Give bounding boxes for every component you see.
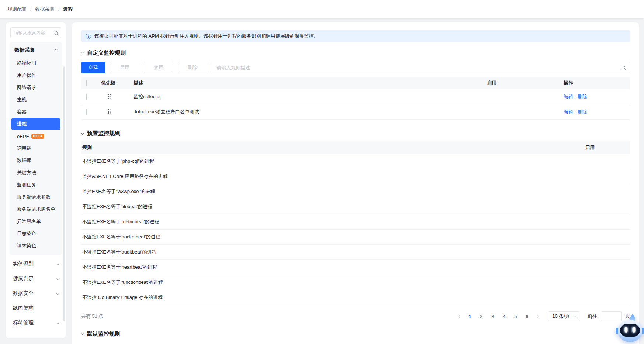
custom-rules-section-header[interactable]: 自定义监控规则	[81, 49, 630, 56]
sidebar-group-collapsed[interactable]: 健康判定	[9, 271, 63, 286]
preset-rule-row: 不监控EXE名等于'auditbeat'的进程	[81, 245, 630, 260]
breadcrumb-data-collection[interactable]: 数据采集	[35, 6, 55, 13]
disable-button[interactable]: 禁用	[144, 62, 173, 73]
chevron-down-icon[interactable]	[81, 131, 84, 135]
sidebar-item[interactable]: 监测任务	[11, 179, 60, 191]
beta-badge: BETA	[31, 134, 45, 139]
preset-rules-section-header[interactable]: 预置监控规则	[81, 130, 630, 137]
sidebar-item-label: 主机	[17, 96, 27, 103]
sidebar-item[interactable]: 用户操作	[11, 69, 60, 81]
enable-button[interactable]: 启用	[110, 62, 139, 73]
sidebar-search-box[interactable]	[10, 27, 61, 38]
sidebar-item-label: 请求染色	[17, 242, 36, 249]
total-count-label: 共有 51 条	[81, 313, 104, 320]
page-number-button[interactable]: 4	[500, 311, 508, 321]
custom-rules-table-header: 优先级 描述 启用 操作	[81, 77, 630, 89]
page-number-button[interactable]: 1	[465, 311, 474, 321]
next-page-button[interactable]	[533, 311, 541, 321]
rule-search-box[interactable]	[212, 62, 630, 73]
sidebar-search-input[interactable]	[14, 30, 54, 35]
delete-button[interactable]: 删除	[178, 62, 207, 73]
top-bar: 规则配置 / 数据采集 / 进程	[0, 0, 644, 18]
sidebar-scrollbar[interactable]	[63, 66, 65, 321]
breadcrumb-rule-config[interactable]: 规则配置	[7, 6, 27, 13]
search-icon	[54, 31, 58, 35]
chevron-down-icon[interactable]	[81, 331, 84, 335]
breadcrumb-separator: /	[30, 7, 32, 12]
page-number-list: 123456	[464, 311, 533, 321]
priority-column-header: 优先级	[97, 80, 128, 86]
sidebar-group-collapsed[interactable]: 数据安全	[9, 286, 63, 301]
rule-search-input[interactable]	[217, 65, 622, 70]
default-rules-section-title: 默认监控规则	[87, 330, 120, 337]
prev-page-button[interactable]	[455, 311, 464, 321]
sidebar-group-label: 健康判定	[13, 275, 34, 282]
select-all-checkbox[interactable]	[86, 80, 87, 86]
chevron-down-icon	[573, 314, 577, 318]
page-number-button[interactable]: 5	[511, 311, 520, 321]
sidebar-group-collapsed[interactable]: 标签管理	[9, 316, 63, 330]
sidebar-group-header[interactable]: 数据采集	[11, 44, 60, 57]
row-checkbox[interactable]	[86, 94, 87, 100]
sidebar-item[interactable]: 服务端请求黑名单	[11, 203, 60, 215]
sidebar-item[interactable]: 异常黑名单	[11, 216, 60, 227]
create-button[interactable]: 创建	[81, 62, 105, 73]
sidebar-item[interactable]: 进程	[11, 118, 60, 130]
sidebar-group-collapsed[interactable]: 纵向架构	[9, 301, 63, 316]
sidebar-item-label: 终端应用	[17, 60, 36, 66]
sidebar-item[interactable]: 终端应用	[11, 57, 60, 69]
sidebar-item[interactable]: 请求染色	[11, 240, 60, 252]
delete-link[interactable]: 删除	[578, 94, 587, 99]
preset-rule-row: 不监控 Go Binary Linkage 存在的进程	[81, 290, 630, 305]
assistant-robot-button[interactable]	[615, 313, 644, 344]
sidebar-item[interactable]: 日志染色	[11, 228, 60, 240]
sidebar-item[interactable]: 主机	[11, 94, 60, 106]
custom-rules-toolbar: 创建 启用 禁用 删除	[81, 62, 630, 73]
chevron-down-icon	[56, 276, 60, 280]
sidebar-item-label: 进程	[17, 121, 27, 127]
drag-handle[interactable]	[108, 94, 111, 99]
drag-handle[interactable]	[108, 109, 111, 114]
sidebar-item[interactable]: 服务端请求参数	[11, 191, 60, 203]
preset-rule-row: 监控ASP.NET Core 应用路径存在的进程	[81, 169, 630, 184]
sidebar-group-panel: 数据采集终端应用用户操作网络请求主机容器进程eBPFBETA调用链数据库关键方法…	[10, 42, 62, 255]
preset-rule-row: 不监控EXE名等于'filebeat'的进程	[81, 199, 630, 214]
row-checkbox[interactable]	[86, 109, 87, 115]
default-rules-section-header[interactable]: 默认监控规则	[81, 330, 630, 337]
sidebar-item[interactable]: 关键方法	[11, 167, 60, 179]
page-size-select[interactable]: 10 条/页	[548, 311, 580, 321]
sidebar-item-label: eBPF	[17, 134, 29, 139]
sidebar-item[interactable]: 调用链	[11, 142, 60, 154]
rule-description: 不监控EXE名等于"php-cgi"的进程	[81, 158, 585, 165]
sidebar-group-label: 标签管理	[13, 320, 34, 326]
sidebar-group-collapsed[interactable]: 实体识别	[9, 257, 63, 271]
sidebar-item-label: 日志染色	[17, 230, 36, 237]
sidebar-group-label: 数据采集	[14, 47, 35, 54]
sidebar-item[interactable]: eBPFBETA	[11, 130, 60, 142]
page-number-button[interactable]: 3	[488, 311, 497, 321]
rule-column-header: 规则	[81, 144, 585, 151]
page-number-button[interactable]: 2	[477, 311, 485, 321]
sidebar-item[interactable]: 网络请求	[11, 82, 60, 93]
rule-description: 不监控EXE名等于'functionbeat'的进程	[81, 279, 585, 286]
sidebar-item[interactable]: 容器	[11, 106, 60, 118]
rule-description: 监控collector	[128, 93, 487, 100]
preset-rules-section-title: 预置监控规则	[87, 130, 120, 137]
chevron-down-icon	[56, 262, 60, 265]
enable-column-header: 启用	[487, 80, 564, 86]
custom-rule-row: dotnet exe独立程序白名单测试编辑删除	[81, 104, 630, 120]
preset-rule-row: 不监控EXE名等于'heartbeat'的进程	[81, 260, 630, 275]
sidebar-item-label: 容器	[17, 109, 27, 115]
chevron-down-icon[interactable]	[81, 51, 84, 54]
info-banner-text: 该模块可配置对于进程的 APM 探针自动注入规则。该探针用于进程的服务识别和调用…	[94, 33, 318, 39]
enable-column-header: 启用	[585, 144, 630, 151]
edit-link[interactable]: 编辑	[564, 109, 573, 114]
rule-description: 不监控EXE名等于'packetbeat'的进程	[81, 234, 585, 240]
preset-rule-row: 不监控EXE名等于'metricbeat'的进程	[81, 214, 630, 230]
page-number-button[interactable]: 6	[523, 311, 531, 321]
edit-link[interactable]: 编辑	[564, 94, 573, 99]
sidebar-item[interactable]: 数据库	[11, 155, 60, 166]
delete-link[interactable]: 删除	[578, 109, 587, 114]
sidebar-group-label: 纵向架构	[13, 305, 34, 312]
breadcrumb-separator: /	[58, 7, 60, 12]
